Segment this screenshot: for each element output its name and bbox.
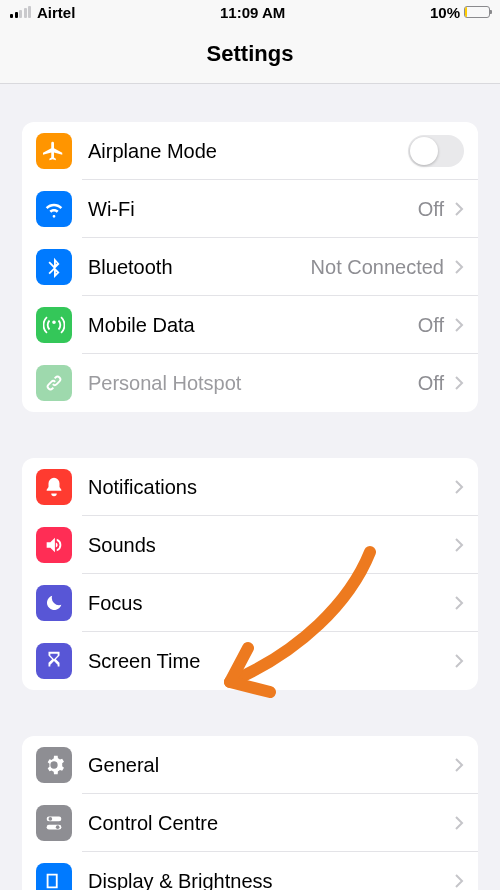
clock: 11:09 AM (220, 4, 285, 21)
page-title: Settings (0, 24, 500, 84)
row-mobile-data[interactable]: Mobile Data Off (22, 296, 478, 354)
row-sounds[interactable]: Sounds (22, 516, 478, 574)
chevron-right-icon (454, 259, 464, 275)
cell-signal-icon (10, 6, 31, 18)
airplane-toggle[interactable] (408, 135, 464, 167)
speaker-icon (36, 527, 72, 563)
status-left: Airtel (10, 4, 75, 21)
row-airplane-mode[interactable]: Airplane Mode (22, 122, 478, 180)
antenna-icon (36, 307, 72, 343)
row-value: Off (418, 314, 444, 337)
row-notifications[interactable]: Notifications (22, 458, 478, 516)
chevron-right-icon (454, 815, 464, 831)
carrier-label: Airtel (37, 4, 75, 21)
row-wifi[interactable]: Wi-Fi Off (22, 180, 478, 238)
row-label: General (88, 754, 454, 777)
row-label: Mobile Data (88, 314, 418, 337)
row-label: Airplane Mode (88, 140, 408, 163)
chevron-right-icon (454, 201, 464, 217)
chevron-right-icon (454, 757, 464, 773)
settings-group-general: General Control Centre Display & Brightn… (22, 736, 478, 890)
row-value: Off (418, 372, 444, 395)
gear-icon (36, 747, 72, 783)
switches-icon (36, 805, 72, 841)
display-icon (36, 863, 72, 890)
row-label: Sounds (88, 534, 454, 557)
row-label: Wi-Fi (88, 198, 418, 221)
hourglass-icon (36, 643, 72, 679)
battery-percent: 10% (430, 4, 460, 21)
airplane-icon (36, 133, 72, 169)
chevron-right-icon (454, 873, 464, 889)
bluetooth-icon (36, 249, 72, 285)
row-focus[interactable]: Focus (22, 574, 478, 632)
row-bluetooth[interactable]: Bluetooth Not Connected (22, 238, 478, 296)
row-label: Focus (88, 592, 454, 615)
chevron-right-icon (454, 375, 464, 391)
svg-point-2 (49, 817, 53, 821)
settings-list[interactable]: Airplane Mode Wi-Fi Off Bluetooth Not Co… (0, 122, 500, 890)
status-right: 10% (430, 4, 490, 21)
row-value: Not Connected (311, 256, 444, 279)
row-display-brightness[interactable]: Display & Brightness (22, 852, 478, 890)
row-label: Personal Hotspot (88, 372, 418, 395)
row-general[interactable]: General (22, 736, 478, 794)
row-label: Display & Brightness (88, 870, 454, 891)
row-screen-time[interactable]: Screen Time (22, 632, 478, 690)
chevron-right-icon (454, 595, 464, 611)
status-bar: Airtel 11:09 AM 10% (0, 0, 500, 24)
row-label: Control Centre (88, 812, 454, 835)
moon-icon (36, 585, 72, 621)
svg-point-3 (56, 825, 60, 829)
row-label: Screen Time (88, 650, 454, 673)
row-value: Off (418, 198, 444, 221)
row-label: Notifications (88, 476, 454, 499)
row-control-centre[interactable]: Control Centre (22, 794, 478, 852)
wifi-icon (36, 191, 72, 227)
link-icon (36, 365, 72, 401)
chevron-right-icon (454, 479, 464, 495)
row-label: Bluetooth (88, 256, 311, 279)
bell-icon (36, 469, 72, 505)
row-personal-hotspot[interactable]: Personal Hotspot Off (22, 354, 478, 412)
chevron-right-icon (454, 317, 464, 333)
chevron-right-icon (454, 537, 464, 553)
settings-group-notifications: Notifications Sounds Focus Screen Time (22, 458, 478, 690)
chevron-right-icon (454, 653, 464, 669)
settings-group-connectivity: Airplane Mode Wi-Fi Off Bluetooth Not Co… (22, 122, 478, 412)
battery-icon (464, 6, 490, 18)
